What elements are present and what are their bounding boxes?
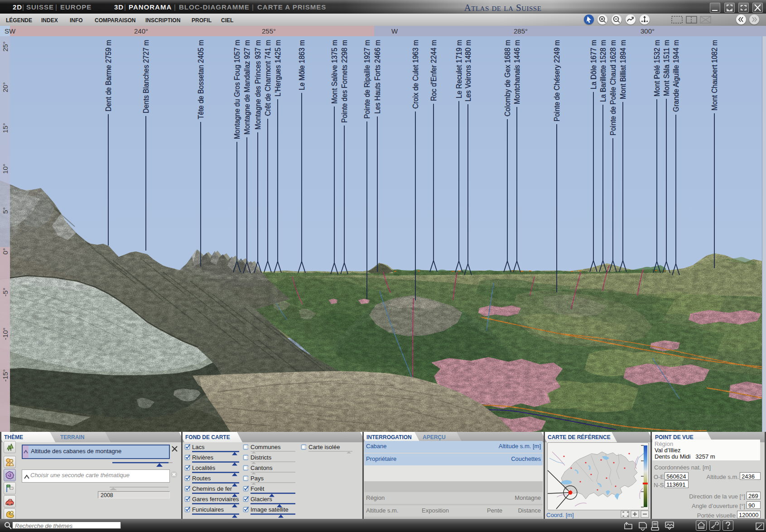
svg-text:Montchanais 1446 m: Montchanais 1446 m <box>513 40 521 104</box>
svg-text:Les Voirons 1480 m: Les Voirons 1480 m <box>464 40 472 102</box>
svg-text:La Barillette 1528 m: La Barillette 1528 m <box>599 40 607 102</box>
svg-text:Mont Sâla 1511 m: Mont Sâla 1511 m <box>663 40 670 96</box>
svg-text:Dent de Barme 2759 m: Dent de Barme 2759 m <box>105 40 112 111</box>
svg-text:Pointe de Poêle Chaud 1628 m: Pointe de Poêle Chaud 1628 m <box>609 40 617 135</box>
svg-text:Dents Blanches 2727 m: Dents Blanches 2727 m <box>142 40 150 113</box>
svg-text:Grande Aiguille 1944 m: Grande Aiguille 1944 m <box>672 40 680 112</box>
svg-text:Montagne du Gros Foug 1057 m: Montagne du Gros Foug 1057 m <box>233 40 241 139</box>
svg-text:Pointe des Fornets 2298 m: Pointe des Fornets 2298 m <box>341 40 348 123</box>
svg-text:Le Môle 1863 m: Le Môle 1863 m <box>298 40 306 90</box>
svg-text:Mont Pelé 1532 m: Mont Pelé 1532 m <box>653 40 661 97</box>
svg-text:Pointe de Ripaille 1927 m: Pointe de Ripaille 1927 m <box>363 40 371 119</box>
svg-text:Le Reculet 1719 m: Le Reculet 1719 m <box>455 40 463 98</box>
svg-text:Mont Billiat 1894 m: Mont Billiat 1894 m <box>619 40 627 99</box>
svg-text:Crêt de Charmont 741 m: Crêt de Charmont 741 m <box>264 40 272 116</box>
svg-text:Pointe de Chésery 2249 m: Pointe de Chésery 2249 m <box>553 40 561 121</box>
svg-text:L'Hergues 1425 m: L'Hergues 1425 m <box>274 40 282 97</box>
svg-text:Tête de Bossetan 2405 m: Tête de Bossetan 2405 m <box>197 40 205 119</box>
svg-text:Mont Salève 1375 m: Mont Salève 1375 m <box>331 40 338 104</box>
svg-text:Croix de Culet 1963 m: Croix de Culet 1963 m <box>412 40 419 109</box>
svg-text:Montagne de Mandallaz 927 m: Montagne de Mandallaz 927 m <box>243 40 251 135</box>
svg-text:Les Hauts Forts 2466 m: Les Hauts Forts 2466 m <box>374 40 381 114</box>
svg-text:La Dôle 1677 m: La Dôle 1677 m <box>590 40 597 89</box>
svg-text:Roc d'Enfer 2244 m: Roc d'Enfer 2244 m <box>430 40 438 101</box>
svg-text:Colomby de Gex 1688 m: Colomby de Gex 1688 m <box>504 40 511 116</box>
svg-text:Montagne des Princes 937 m: Montagne des Princes 937 m <box>254 40 262 130</box>
svg-text:Mont Chaubert 1082 m: Mont Chaubert 1082 m <box>711 40 718 111</box>
